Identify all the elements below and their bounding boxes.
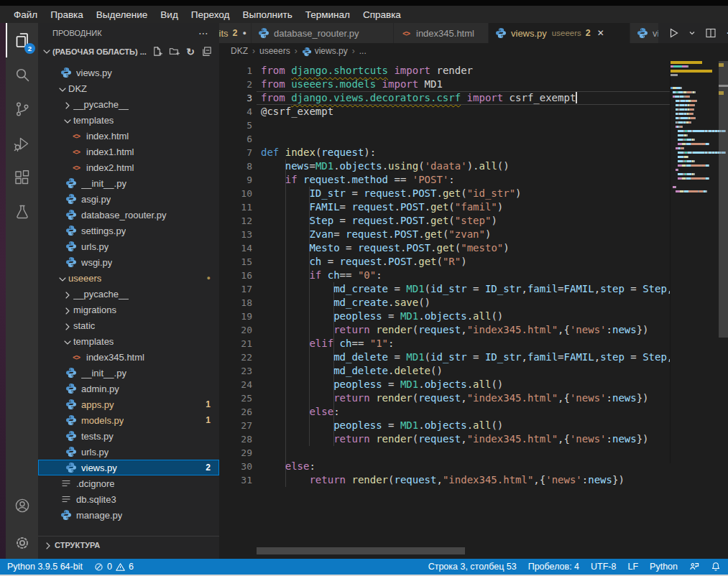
- code-line-20[interactable]: 20 return render(request,"index345.html"…: [219, 323, 670, 337]
- tree-item-__init__.py[interactable]: __init__.py: [38, 175, 219, 191]
- tree-item-migrations[interactable]: migrations: [38, 302, 219, 317]
- horizontal-scrollbar[interactable]: [257, 547, 673, 554]
- menu-item-6[interactable]: Терминал: [299, 9, 356, 20]
- code-line-31[interactable]: 31 return render(request,"index345.html"…: [219, 473, 670, 487]
- code-line-1[interactable]: 1from django.shortcuts import render: [219, 64, 670, 78]
- status-problems[interactable]: 06: [94, 562, 134, 572]
- run-dropdown-button[interactable]: [688, 29, 696, 37]
- code-line-5[interactable]: 5: [219, 119, 670, 132]
- code-line-25[interactable]: 25 return render(request,"index345.html"…: [219, 391, 670, 405]
- tree-item-.dcignore[interactable]: .dcignore: [38, 475, 219, 491]
- menu-item-4[interactable]: Переход: [185, 9, 236, 20]
- extensions-activity-icon[interactable]: [6, 161, 38, 195]
- code-line-17[interactable]: 17 md_create = MD1(id_str = ID_str,famil…: [219, 282, 670, 296]
- menu-item-1[interactable]: Правка: [44, 9, 90, 20]
- breadcrumb-item-1[interactable]: useeers: [259, 46, 290, 56]
- tree-item-index2.html[interactable]: <>index2.html: [38, 159, 219, 175]
- code-line-18[interactable]: 18 md_create.save(): [219, 296, 670, 310]
- tree-item-index1.html[interactable]: <>index1.html: [38, 144, 219, 159]
- menu-item-2[interactable]: Выделение: [90, 9, 155, 20]
- tab-vie[interactable]: vie: [630, 23, 659, 43]
- status-language-mode[interactable]: Python: [650, 562, 678, 572]
- status-eol[interactable]: LF: [627, 562, 638, 572]
- tree-item-index.html[interactable]: <>index.html: [38, 128, 219, 144]
- vertical-scrollbar-thumb[interactable]: [719, 61, 728, 338]
- collapse-all-button[interactable]: [201, 46, 212, 58]
- status-indentation[interactable]: Пробелов: 4: [528, 562, 579, 572]
- breadcrumb-item-0[interactable]: DKZ: [231, 46, 248, 56]
- code-line-8[interactable]: 8 news=MD1.objects.using('daata').all(): [219, 159, 670, 173]
- code-line-3[interactable]: 3from django.views.decorators.csrf impor…: [219, 91, 670, 105]
- status-cursor-position[interactable]: Строка 3, столбец 53: [428, 562, 517, 572]
- tree-item-DKZ[interactable]: DKZ: [38, 80, 219, 96]
- tree-item-apps.py[interactable]: apps.py1: [38, 396, 219, 412]
- horizontal-scrollbar-thumb[interactable]: [257, 547, 465, 554]
- code-line-12[interactable]: 12 Step = request.POST.get("step"): [219, 214, 670, 228]
- tree-item-useeers[interactable]: useeers●: [38, 270, 219, 286]
- tree-item-models.py[interactable]: models.py1: [38, 412, 219, 428]
- breadcrumb-item-3[interactable]: ...: [359, 46, 367, 56]
- code-line-22[interactable]: 22 md_delete = MD1(id_str = ID_str,famil…: [219, 350, 670, 364]
- code-line-10[interactable]: 10 ID_str = request.POST.get("id_str"): [219, 187, 670, 200]
- menu-item-5[interactable]: Выполнить: [236, 9, 298, 20]
- code-line-29[interactable]: 29: [219, 446, 670, 460]
- code-line-15[interactable]: 15 ch = request.POST.get("R"): [219, 255, 670, 269]
- code-line-30[interactable]: 30 else:: [219, 460, 670, 473]
- code-line-2[interactable]: 2from useeers.models import MD1: [219, 78, 670, 91]
- tree-item-asgi.py[interactable]: asgi.py: [38, 191, 219, 207]
- refresh-button[interactable]: ↻: [186, 47, 195, 57]
- code-line-24[interactable]: 24 peopless = MD1.objects.all(): [219, 378, 670, 391]
- run-button[interactable]: [668, 27, 679, 39]
- tree-item-static[interactable]: static: [38, 317, 219, 333]
- split-editor-button[interactable]: [705, 27, 717, 39]
- tree-item-views.py[interactable]: views.py: [38, 65, 219, 80]
- tab-diiits[interactable]: diiits2●: [219, 23, 252, 43]
- tree-item-urls.py[interactable]: urls.py: [38, 444, 219, 460]
- tree-item-__init__.py[interactable]: __init__.py: [38, 365, 219, 381]
- menu-item-0[interactable]: Файл: [7, 9, 44, 20]
- tree-item-db.sqlite3[interactable]: db.sqlite3: [38, 491, 219, 507]
- vertical-scrollbar[interactable]: [719, 23, 728, 559]
- tree-item-__pycache__[interactable]: __pycache__: [38, 286, 219, 302]
- code-line-16[interactable]: 16 if ch== "0":: [219, 269, 670, 282]
- code-line-27[interactable]: 27 peopless = MD1.objects.all(): [219, 419, 670, 432]
- workspace-section-header[interactable]: (РАБОЧАЯ ОБЛАСТЬ) ... ↻: [38, 43, 219, 60]
- code-line-28[interactable]: 28 return render(request,"index345.html"…: [219, 432, 670, 446]
- tree-item-tests.py[interactable]: tests.py: [38, 428, 219, 444]
- new-file-button[interactable]: [152, 46, 162, 58]
- sidebar-more-actions-button[interactable]: ⋯: [198, 27, 209, 39]
- tab-database_roouter.py[interactable]: database_roouter.py: [252, 23, 394, 43]
- tree-item-index345.html[interactable]: <>index345.html: [38, 349, 219, 365]
- status-encoding[interactable]: UTF-8: [591, 562, 616, 572]
- close-tab-button[interactable]: ✕: [597, 28, 604, 38]
- code-line-19[interactable]: 19 peopless = MD1.objects.all(): [219, 310, 670, 323]
- code-line-7[interactable]: 7def index(request):: [219, 146, 670, 159]
- code-line-9[interactable]: 9 if request.method == 'POST':: [219, 173, 670, 187]
- search-activity-icon[interactable]: [6, 57, 38, 92]
- tab-views.py[interactable]: views.pyuseeers2✕: [489, 23, 630, 43]
- explorer-activity-icon[interactable]: 2: [6, 23, 38, 57]
- status-feedback[interactable]: [689, 562, 699, 572]
- menu-item-7[interactable]: Справка: [356, 9, 407, 20]
- tree-item-wsgi.py[interactable]: wsgi.py: [38, 254, 219, 270]
- status-notifications[interactable]: [711, 562, 721, 572]
- code-line-13[interactable]: 13 Zvan= request.POST.get("zvan"): [219, 228, 670, 241]
- code-line-14[interactable]: 14 Mesto = request.POST.get("mesto"): [219, 241, 670, 255]
- tree-item-templates[interactable]: templates: [38, 333, 219, 349]
- code-line-26[interactable]: 26 else:: [219, 405, 670, 419]
- status-python-version[interactable]: Python 3.9.5 64-bit: [7, 562, 83, 572]
- code-line-6[interactable]: 6: [219, 132, 670, 146]
- account-icon[interactable]: [6, 488, 38, 523]
- code-line-23[interactable]: 23 md_delete.delete(): [219, 364, 670, 378]
- new-folder-button[interactable]: [169, 46, 180, 58]
- breadcrumb-item-2[interactable]: views.py: [302, 46, 348, 56]
- tree-item-__pycache__[interactable]: __pycache__: [38, 96, 219, 112]
- tree-item-manage.py[interactable]: manage.py: [38, 507, 219, 523]
- tab-index345.html[interactable]: <>index345.html: [394, 23, 489, 43]
- menu-item-3[interactable]: Вид: [154, 9, 184, 20]
- tree-item-admin.py[interactable]: admin.py: [38, 381, 219, 396]
- code-area[interactable]: 1from django.shortcuts import render2fro…: [219, 59, 670, 559]
- outline-section-header[interactable]: СТРУКТУРА: [38, 536, 219, 554]
- code-line-11[interactable]: 11 FAMIL= request.POST.get("famil"): [219, 200, 670, 214]
- settings-icon[interactable]: [6, 526, 38, 560]
